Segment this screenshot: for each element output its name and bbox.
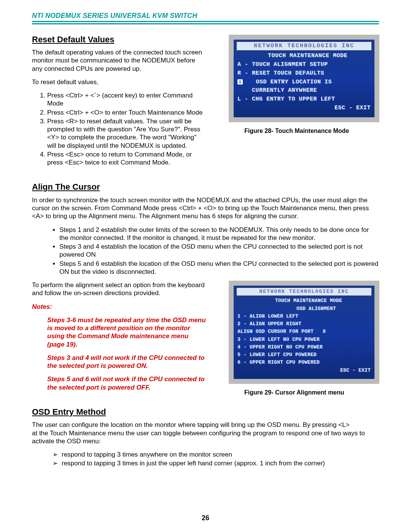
crt-line: A - TOUCH ALIGNMENT SETUP xyxy=(237,61,371,69)
note: Steps 3 and 4 will not work if the CPU c… xyxy=(32,354,207,370)
crt-line: 6 - UPPER RIGHT CPU POWERED xyxy=(237,359,371,366)
heading-reset: Reset Default Values xyxy=(32,34,207,45)
crt-line: 1 - ALIGN LOWER LEFT xyxy=(237,313,371,320)
notes-label: Notes: xyxy=(32,303,207,311)
crt-line: CURRENTLY ANYWHERE xyxy=(237,87,371,94)
note: Steps 5 and 6 will not work if the CPU c… xyxy=(32,375,207,391)
osd-para-1: The user can configure the location on t… xyxy=(32,421,379,429)
crt-line: ESC - EXIT xyxy=(237,367,371,374)
crt-line: 5 - LOWER LEFT CPU POWERED xyxy=(237,352,371,358)
align-bullet: Steps 5 and 6 establish the location of … xyxy=(59,260,379,276)
crt-title: NETWORK TECHNOLOGIES INC xyxy=(237,288,371,296)
doc-header: NTI NODEMUX SERIES UNIVERSAL KVM SWITCH xyxy=(32,11,379,20)
figure-28-caption: Figure 28- Touch Maintenance Mode xyxy=(244,127,379,135)
crt-line: TOUCH MAINTENANCE MODE xyxy=(237,53,371,60)
osd-item: respond to tapping 3 times in just the u… xyxy=(62,459,379,467)
align-bullet: Steps 3 and 4 establish the location of … xyxy=(59,243,379,259)
figure-29-caption: Figure 29- Cursor Alignment menu xyxy=(244,389,379,396)
crt-line: ESC - EXIT xyxy=(237,105,371,112)
figure-28: NETWORK TECHNOLOGIES INC TOUCH MAINTENAN… xyxy=(229,35,379,135)
crt-line: ALIGN OSD CURSOR FOR PORT 8 xyxy=(237,329,371,335)
crt-line: 2 - ALIGN UPPER RIGHT xyxy=(237,321,371,327)
osd-item: respond to tapping 3 times anywhere on t… xyxy=(62,451,379,459)
reset-step: Press <Ctrl> + <O> to enter Touch Mainte… xyxy=(47,109,207,117)
info-icon: i xyxy=(237,79,243,85)
align-para-1: In order to synchronize the touch screen… xyxy=(32,196,379,220)
reset-step: Press <R> to reset default values. The u… xyxy=(47,117,207,150)
osd-para-2: at the Touch Maintenance menu the user c… xyxy=(32,429,379,446)
reset-para-2: To reset default values, xyxy=(32,78,207,86)
reset-para-1: The default operating values of the conn… xyxy=(32,48,207,73)
osd-items: respond to tapping 3 times anywhere on t… xyxy=(32,451,379,468)
crt-line: L - CHG ENTRY TO UPPER LEFT xyxy=(237,96,371,103)
page-number: 26 xyxy=(0,514,411,522)
align-bullet: Steps 1 and 2 establish the outer limits… xyxy=(59,226,379,242)
crt-line: 3 - LOWER LEFT NO CPU POWER xyxy=(237,337,371,343)
crt-title: NETWORK TECHNOLOGIES INC xyxy=(237,42,371,51)
align-para-2: To perform the alignment select an optio… xyxy=(32,281,207,297)
crt-line: 4 - UPPER RIGHT NO CPU POWER xyxy=(237,344,371,350)
header-rules xyxy=(32,21,379,24)
crt-line: i OSD ENTRY LOCATION IS xyxy=(237,79,371,86)
heading-osd: OSD Entry Method xyxy=(32,407,379,417)
crt-line: R - RESET TOUCH DEFAULTS xyxy=(237,70,371,77)
align-bullets: Steps 1 and 2 establish the outer limits… xyxy=(32,226,379,276)
heading-align: Align The Cursor xyxy=(32,182,379,192)
reset-step: Press <Ctrl> + <`> (accent key) to enter… xyxy=(47,91,207,108)
crt-text: OSD ENTRY LOCATION IS xyxy=(245,79,332,85)
figure-29: NETWORK TECHNOLOGIES INC TOUCH MAINTENAN… xyxy=(229,281,379,396)
reset-step: Press <Esc> once to return to Command Mo… xyxy=(47,150,207,167)
crt-line: OSD ALIGNMENT xyxy=(237,306,371,312)
note: Steps 3-6 must be repeated any time the … xyxy=(32,316,207,348)
crt-line: TOUCH MAINTENANCE MODE xyxy=(237,298,371,304)
reset-steps: Press <Ctrl> + <`> (accent key) to enter… xyxy=(32,91,207,166)
